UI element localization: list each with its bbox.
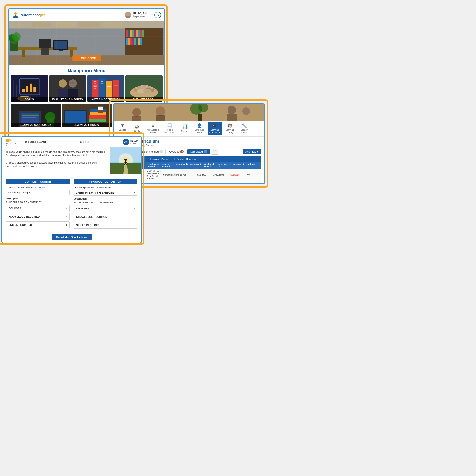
nav-title: Navigation Menu	[9, 65, 165, 75]
tab-completed-label: Completed	[190, 150, 203, 153]
tab-completed[interactable]: Completed 0	[187, 149, 210, 154]
th-course-name: Course Name ⇅	[162, 163, 175, 168]
welcome-button[interactable]: ☰ WELCOME	[72, 55, 101, 61]
nav-item-goals[interactable]: GOALS	[11, 75, 48, 102]
roadmap-divider	[6, 175, 137, 175]
th-assigned-by: Assigned By ⇅	[219, 163, 232, 168]
current-position-input[interactable]	[6, 190, 70, 195]
nav-label-library: LEARNING LIBRARY	[62, 123, 112, 127]
svg-point-130	[6, 139, 9, 142]
nav-employee-data[interactable]: 👤 EmployeeData	[193, 122, 206, 135]
current-skills-label: SKILLS REQUIRED	[9, 224, 32, 226]
export-button[interactable]: 📄	[211, 149, 219, 155]
svg-rect-119	[132, 116, 141, 121]
roadmap-description-area: To assist you in finding out which cours…	[2, 147, 141, 173]
nav-item-empdata[interactable]: EMPLOYEE DATA	[125, 75, 163, 102]
svg-rect-19	[140, 30, 142, 37]
nav-dot-2	[83, 141, 84, 143]
nav-appraisals[interactable]: ≡ Appraisals &Forms	[145, 122, 161, 135]
nav-item-notes[interactable]: NOTES & DOCUMENTS	[87, 75, 124, 102]
user-dropdown-arrow[interactable]: ▾	[151, 14, 153, 16]
svg-rect-63	[113, 80, 119, 99]
current-accordion-skills[interactable]: SKILLS REQUIRED ›	[6, 221, 70, 228]
svg-rect-102	[89, 116, 106, 119]
current-accordion-courses[interactable]: COURSES ›	[6, 205, 70, 212]
nav-item-library[interactable]: LEARNING LIBRARY	[62, 103, 112, 127]
prospective-courses-chevron: ›	[134, 207, 135, 210]
roadmap-user-greeting: HELLO Emplo...	[130, 140, 138, 144]
td-assigned-date-1: 4/18/2023	[197, 174, 213, 176]
svg-rect-66	[100, 84, 104, 84]
prospective-input-arrow[interactable]: ›	[132, 190, 137, 195]
roadmap-top-bar: The Learning Center The Learning Center …	[2, 137, 141, 147]
prospective-skills-label: SKILLS REQUIRED	[76, 224, 100, 227]
nav-notes-docs[interactable]: 📄 Notes &Documents	[162, 122, 177, 135]
svg-rect-121	[156, 116, 165, 121]
nav-reports[interactable]: 📊 Reports	[178, 123, 191, 134]
nav-learning-library[interactable]: 📚 LearningLibrary	[223, 122, 236, 135]
svg-rect-23	[130, 38, 132, 45]
tab-overdue-badge: 9	[180, 150, 184, 153]
notes-docs-icon: 📄	[167, 123, 172, 128]
prospective-position-input[interactable]	[74, 190, 132, 195]
knowledge-gap-button[interactable]: Knowledge Gap Analysis	[52, 234, 91, 240]
employee-data-label: EmployeeData	[195, 129, 204, 134]
welcome-icon: ☰	[77, 57, 80, 60]
logo-text: Performancepro	[20, 13, 46, 17]
nav-learning-curriculum[interactable]: 🎓 LearningCurriculum	[207, 122, 222, 135]
nav-item-evaluations[interactable]: EVALUATIONS & FORMS	[49, 75, 86, 102]
svg-point-118	[132, 108, 141, 117]
svg-point-40	[12, 32, 21, 41]
th-assigned-date: Assigned Date ⇅	[204, 163, 218, 168]
svg-rect-12	[126, 30, 128, 37]
svg-rect-15	[132, 30, 134, 37]
svg-rect-35	[54, 41, 67, 49]
svg-rect-26	[136, 38, 137, 45]
prospective-summary-title: PROSPECTIVE POSITION SUMMARY	[73, 201, 137, 204]
th-due-date: Due Date ⇅	[233, 163, 246, 168]
prospective-accordion-knowledge[interactable]: KNOWLEDGE REQUIRED ›	[73, 213, 137, 221]
prospective-accordion-courses[interactable]: COURSES ›	[73, 205, 137, 212]
nav-label-goals: GOALS	[11, 97, 48, 102]
current-position-column: CURRENT POSITION Choose a position to vi…	[6, 179, 70, 230]
employee-data-icon: 👤	[197, 123, 202, 128]
svg-rect-36	[59, 50, 63, 51]
svg-rect-14	[130, 30, 132, 37]
sub-tab-learning-plans[interactable]: | Learning Plans	[145, 156, 171, 162]
td-category-1: Communications	[163, 174, 179, 176]
lc-brand-text: The Learning Center	[23, 141, 46, 143]
prospective-knowledge-label: KNOWLEDGE REQUIRED	[76, 216, 107, 218]
svg-rect-17	[136, 30, 137, 37]
tab-completed-badge: 0	[204, 150, 207, 153]
nav-item-learning[interactable]: LEARNING CURRICULUM	[11, 103, 61, 127]
user-avatar	[125, 12, 131, 18]
logout-button[interactable]: ↪	[154, 12, 161, 18]
svg-rect-42	[13, 80, 14, 97]
svg-rect-107	[98, 110, 103, 113]
nav-goals[interactable]: ◎ Goals	[130, 123, 143, 134]
svg-rect-9	[80, 22, 99, 27]
svg-point-78	[142, 89, 151, 93]
svg-point-85	[150, 87, 153, 89]
actions-menu-1[interactable]: •••	[247, 173, 250, 177]
goals-icon: ◎	[135, 124, 139, 130]
svg-rect-37	[11, 40, 17, 51]
sub-tab-position-courses[interactable]: | Position Courses	[171, 156, 199, 162]
svg-point-39	[9, 34, 15, 41]
th-employee-name: Employee's Name ⇅	[148, 163, 161, 168]
th-duration: Duration ⇅	[190, 163, 204, 168]
current-summary-title: CURRENT POSITION SUMMARY	[6, 201, 70, 203]
nav-legacy-admin[interactable]: 🔧 LegacyAdmin	[238, 122, 251, 135]
add-new-button[interactable]: Add New ▾	[242, 149, 261, 154]
learning-curriculum-label: LearningCurriculum	[209, 129, 220, 134]
svg-rect-11	[125, 28, 163, 54]
roadmap-user-avatar: JA	[123, 139, 129, 145]
svg-rect-10	[103, 22, 122, 27]
tab-overdue[interactable]: Overdue 9	[167, 149, 186, 154]
current-position-title: CURRENT POSITION	[6, 179, 70, 185]
nav-top-bar: Performancepro HELLO, JIM Department J..…	[9, 9, 165, 21]
current-accordion-knowledge[interactable]: KNOWLEDGE REQUIRED ›	[6, 213, 70, 220]
svg-point-0	[14, 12, 17, 15]
prospective-accordion-skills[interactable]: SKILLS REQUIRED ›	[73, 221, 137, 229]
svg-rect-100	[65, 111, 86, 123]
